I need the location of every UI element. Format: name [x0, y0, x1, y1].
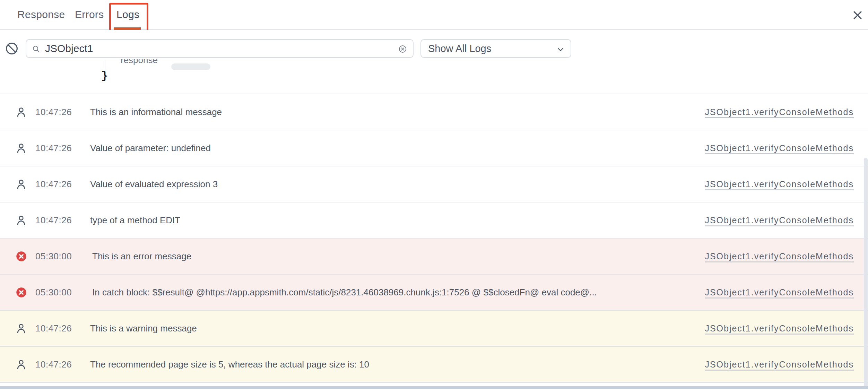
error-icon	[15, 250, 28, 263]
tab-response[interactable]: Response	[17, 0, 65, 29]
expanded-log-key: response	[121, 59, 176, 67]
log-source-link[interactable]: JSObject1.verifyConsoleMethods	[705, 323, 854, 334]
log-message: The recommended page size is 5, whereas …	[90, 359, 369, 370]
tab-logs[interactable]: Logs	[116, 0, 139, 29]
log-timestamp: 10:47:26	[35, 143, 72, 154]
vertical-scrollbar-thumb[interactable]	[864, 158, 868, 389]
close-button[interactable]	[849, 6, 867, 24]
log-row[interactable]: 10:47:26 The recommended page size is 5,…	[0, 347, 868, 383]
error-icon	[15, 286, 28, 299]
log-row[interactable]: 10:47:26 Value of parameter: undefined J…	[0, 130, 868, 166]
log-row[interactable]: 05:30:00 This is an error message JSObje…	[0, 239, 868, 275]
ban-icon	[5, 42, 19, 55]
log-source-link[interactable]: JSObject1.verifyConsoleMethods	[705, 179, 854, 189]
log-message: This is a warning message	[90, 323, 197, 334]
log-row[interactable]: 10:47:26 Value of evaluated expression 3…	[0, 166, 868, 202]
log-row[interactable]: 10:47:26 This is an informational messag…	[0, 94, 868, 130]
horizontal-scrollbar[interactable]	[0, 386, 868, 389]
log-row[interactable]: 10:47:26 This is a warning message JSObj…	[0, 311, 868, 347]
user-icon	[15, 105, 28, 119]
log-timestamp: 10:47:26	[35, 107, 72, 118]
log-source-link[interactable]: JSObject1.verifyConsoleMethods	[705, 360, 854, 370]
value-skeleton-pill	[171, 63, 210, 70]
tab-errors[interactable]: Errors	[75, 0, 104, 29]
user-icon	[15, 358, 28, 371]
log-timestamp: 05:30:00	[35, 287, 72, 298]
log-message: Value of evaluated expression 3	[90, 179, 218, 190]
active-tab-underline	[114, 27, 141, 30]
user-icon	[15, 178, 28, 191]
log-message: This is an informational message	[90, 107, 222, 118]
log-message: This is an error message	[92, 251, 191, 262]
log-list: 10:47:26 This is an informational messag…	[0, 94, 868, 383]
close-icon	[852, 9, 863, 21]
log-source-link[interactable]: JSObject1.verifyConsoleMethods	[705, 215, 854, 225]
clear-search-icon[interactable]	[398, 44, 407, 54]
log-filter-selected-value: Show All Logs	[428, 43, 491, 54]
log-timestamp: 10:47:26	[35, 359, 72, 370]
user-icon	[15, 141, 28, 155]
log-search-box	[26, 39, 414, 58]
log-message: Value of parameter: undefined	[90, 143, 211, 154]
log-source-link[interactable]: JSObject1.verifyConsoleMethods	[705, 143, 854, 153]
log-timestamp: 10:47:26	[35, 323, 72, 334]
log-timestamp: 10:47:26	[35, 215, 72, 226]
log-row[interactable]: 05:30:00 In catch block: $$result@ @http…	[0, 275, 868, 311]
clear-logs-button[interactable]	[5, 42, 19, 55]
log-filter-dropdown[interactable]: Show All Logs	[420, 39, 571, 58]
log-timestamp: 05:30:00	[35, 251, 72, 262]
log-source-link[interactable]: JSObject1.verifyConsoleMethods	[705, 287, 854, 297]
log-message: type of a method EDIT	[90, 215, 180, 226]
debugger-header: Response Errors Logs	[0, 0, 868, 30]
user-icon	[15, 322, 28, 335]
log-source-link[interactable]: JSObject1.verifyConsoleMethods	[705, 251, 854, 261]
chevron-down-icon	[556, 45, 565, 54]
log-message: In catch block: $$result@ @https://app.a…	[92, 287, 597, 298]
log-source-link[interactable]: JSObject1.verifyConsoleMethods	[705, 107, 854, 117]
log-row[interactable]: 10:47:26 type of a method EDIT JSObject1…	[0, 202, 868, 239]
user-icon	[15, 214, 28, 227]
expanded-log-remnant: response }	[0, 59, 868, 94]
closing-brace: }	[101, 70, 108, 82]
search-icon	[32, 45, 40, 53]
search-input[interactable]	[45, 41, 409, 57]
log-timestamp: 10:47:26	[35, 179, 72, 190]
